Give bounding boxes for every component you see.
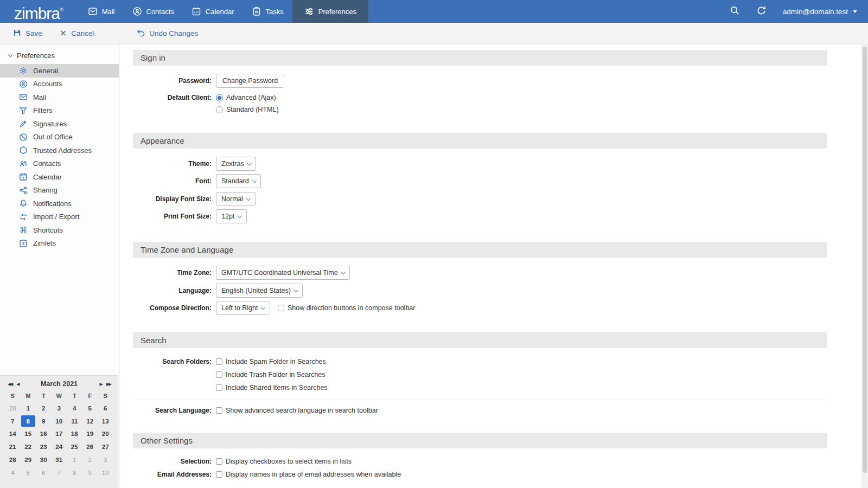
checkbox-include-spam[interactable] [216, 358, 222, 365]
calendar-day[interactable]: 16 [36, 428, 52, 441]
calendar-day[interactable]: 27 [98, 440, 113, 453]
vertical-scrollbar[interactable] [861, 44, 868, 488]
calendar-day[interactable]: 20 [98, 428, 113, 441]
tab-tasks[interactable]: Tasks [243, 0, 292, 23]
calendar-day[interactable]: 18 [67, 428, 82, 441]
calendar-day[interactable]: 10 [98, 466, 113, 479]
checkbox-advanced-search-language[interactable] [216, 407, 222, 414]
calendar-day[interactable]: 28 [5, 453, 21, 466]
calendar-day[interactable]: 3 [98, 453, 113, 466]
display-font-size-label: Display Font Size: [133, 192, 212, 206]
change-password-button[interactable]: Change Password [216, 74, 284, 88]
calendar-day[interactable]: 15 [21, 428, 36, 441]
calendar-grid: 2812345678910111213141516171819202122232… [0, 402, 118, 479]
radio-standard-html[interactable] [216, 106, 223, 113]
sidebar-root-preferences[interactable]: Preferences [0, 44, 119, 60]
sidebar-item-calendar[interactable]: Calendar [0, 170, 119, 184]
search-folders-label: Search Folders: [133, 355, 212, 368]
calendar-day[interactable]: 26 [82, 440, 98, 453]
sidebar-item-accounts[interactable]: Accounts [0, 78, 119, 91]
search-icon[interactable] [730, 5, 740, 18]
sidebar-item-mail[interactable]: Mail [0, 91, 119, 104]
default-client-label: Default Client: [133, 91, 212, 104]
password-label: Password: [133, 74, 212, 88]
calendar-day[interactable]: 9 [36, 415, 52, 428]
calendar-day[interactable]: 6 [36, 466, 52, 479]
calendar-day[interactable]: 9 [82, 466, 98, 479]
calendar-day[interactable]: 22 [21, 440, 36, 453]
calendar-day[interactable]: 29 [21, 453, 36, 466]
calendar-day[interactable]: 5 [21, 466, 36, 479]
sidebar-item-shortcuts[interactable]: ⌘ Shortcuts [0, 223, 119, 237]
calendar-day[interactable]: 2 [82, 453, 98, 466]
calendar-day[interactable]: 31 [52, 453, 67, 466]
next-year-icon[interactable]: ▶▶ [104, 382, 113, 387]
refresh-icon[interactable] [756, 5, 767, 18]
preferences-sidebar: Preferences General Accounts Mail Filter… [0, 44, 119, 488]
calendar-day[interactable]: 8 [67, 466, 82, 479]
calendar-day[interactable]: 7 [52, 466, 67, 479]
time-zone-select[interactable]: GMT/UTC Coordinated Universal Time [216, 266, 350, 280]
calendar-day[interactable]: 6 [98, 402, 113, 415]
font-label: Font: [133, 174, 212, 188]
tab-calendar[interactable]: Calendar [183, 0, 243, 23]
calendar-day[interactable]: 7 [5, 415, 21, 428]
radio-advanced-ajax[interactable] [216, 94, 223, 101]
sidebar-item-trusted-addresses[interactable]: Trusted Addresses [0, 144, 119, 157]
calendar-day[interactable]: 17 [52, 428, 67, 441]
calendar-day[interactable]: 8 [21, 415, 35, 427]
save-button[interactable]: Save [13, 29, 42, 38]
sidebar-item-notifications[interactable]: Notifications [0, 197, 119, 210]
calendar-day[interactable]: 5 [82, 402, 98, 415]
checkbox-include-shared[interactable] [216, 384, 222, 391]
checkbox-include-trash[interactable] [216, 371, 222, 378]
sidebar-item-zimlets[interactable]: z Zimlets [0, 237, 119, 251]
sidebar-item-sharing[interactable]: Sharing [0, 184, 119, 197]
calendar-day[interactable]: 19 [82, 428, 98, 441]
checkbox-display-names[interactable] [216, 471, 222, 478]
calendar-day[interactable]: 2 [36, 402, 52, 415]
calendar-day[interactable]: 23 [36, 440, 52, 453]
sidebar-item-filters[interactable]: Filters [0, 104, 119, 118]
language-select[interactable]: English (United States) [216, 284, 303, 298]
calendar-day[interactable]: 11 [67, 415, 82, 428]
theme-select[interactable]: Zextras [216, 157, 256, 171]
sidebar-item-contacts[interactable]: Contacts [0, 157, 119, 171]
font-select[interactable]: Standard [216, 174, 261, 188]
checkbox-display-checkboxes[interactable] [216, 458, 222, 465]
language-label: Language: [133, 284, 212, 298]
next-month-icon[interactable]: ▶ [98, 382, 104, 387]
prev-month-icon[interactable]: ◀ [14, 382, 21, 387]
scrollbar-thumb[interactable] [863, 47, 867, 473]
calendar-day[interactable]: 1 [67, 453, 82, 466]
checkbox-show-direction-buttons[interactable] [278, 305, 284, 311]
tab-mail[interactable]: Mail [79, 0, 124, 23]
sidebar-item-signatures[interactable]: Signatures [0, 117, 119, 131]
sidebar-item-general[interactable]: General [0, 64, 119, 78]
sidebar-item-out-of-office[interactable]: Out of Office [0, 131, 119, 144]
sidebar-item-import-export[interactable]: Import / Export [0, 210, 119, 224]
undo-changes-button[interactable]: Undo Changes [136, 28, 198, 38]
calendar-day[interactable]: 24 [52, 440, 67, 453]
calendar-day[interactable]: 4 [5, 466, 21, 479]
calendar-day[interactable]: 10 [52, 415, 67, 428]
cancel-button[interactable]: ✕ Cancel [60, 29, 94, 37]
calendar-day[interactable]: 3 [52, 402, 67, 415]
calendar-day[interactable]: 21 [5, 440, 21, 453]
calendar-day[interactable]: 30 [36, 453, 52, 466]
print-font-size-select[interactable]: 12pt [216, 209, 247, 223]
calendar-day[interactable]: 14 [5, 428, 21, 441]
account-menu[interactable]: admin@domain.test [783, 8, 857, 16]
calendar-day[interactable]: 13 [98, 415, 113, 428]
tab-contacts[interactable]: Contacts [124, 0, 183, 23]
calendar-day[interactable]: 28 [5, 402, 21, 415]
calendar-day[interactable]: 25 [67, 440, 82, 453]
calendar-day[interactable]: 4 [67, 402, 82, 415]
prev-year-icon[interactable]: ◀◀ [5, 382, 14, 387]
calendar-day[interactable]: 1 [21, 402, 36, 415]
calendar-day[interactable]: 12 [82, 415, 98, 428]
shield-icon [19, 146, 28, 155]
tab-preferences[interactable]: Preferences [292, 0, 368, 23]
display-font-size-select[interactable]: Normal [216, 192, 256, 206]
compose-direction-select[interactable]: Left to Right [216, 301, 270, 315]
